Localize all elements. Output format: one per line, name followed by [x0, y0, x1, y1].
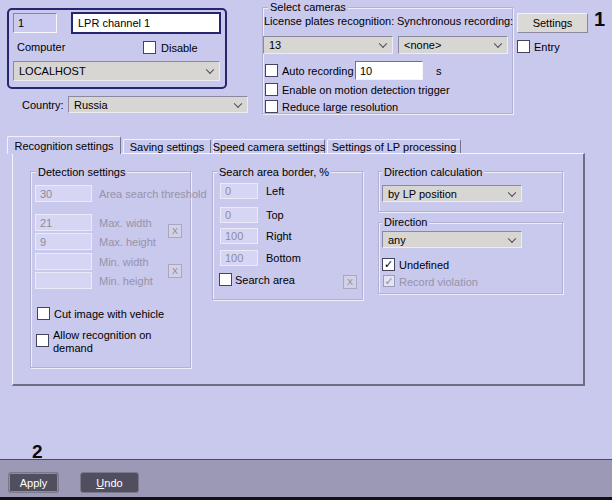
lpr-recognition-value: 13	[269, 39, 281, 51]
sync-recording-select[interactable]: <none>	[398, 36, 508, 54]
sync-recording-label: Synchronous recording:	[397, 15, 513, 27]
motion-trigger-label: Enable on motion detection trigger	[282, 84, 450, 96]
cut-image-with-vehicle-checkbox[interactable]	[37, 307, 50, 320]
border-bottom-input[interactable]	[220, 250, 258, 266]
undefined-label: Undefined	[399, 259, 449, 271]
chevron-down-icon	[234, 99, 242, 107]
record-violation-checkbox: ✓	[383, 275, 395, 287]
country-select[interactable]: Russia	[68, 96, 248, 113]
border-left-label: Left	[266, 185, 284, 197]
direction-calculation-select[interactable]: by LP position	[382, 185, 522, 202]
tab-settings-of-lp-processing[interactable]: Settings of LP processing	[327, 139, 461, 153]
search-area-checkbox[interactable]	[219, 273, 232, 286]
direction-value: any	[388, 234, 406, 246]
min-height-input[interactable]	[35, 272, 92, 289]
undefined-checkbox[interactable]: ✓	[382, 258, 395, 271]
chevron-down-icon	[494, 40, 502, 48]
search-area-label: Search area	[235, 274, 295, 286]
max-height-input[interactable]	[35, 233, 92, 250]
lpr-recognition-label: License plates recognition:	[264, 15, 394, 27]
border-bottom-label: Bottom	[266, 252, 301, 264]
direction-calculation-title: Direction calculation	[382, 166, 484, 178]
max-width-label: Max. width	[99, 217, 152, 229]
border-top-label: Top	[266, 209, 284, 221]
computer-label: Computer	[17, 41, 65, 53]
check-mark-icon: ✓	[384, 259, 393, 270]
border-right-label: Right	[266, 230, 292, 242]
channel-id-input[interactable]	[13, 13, 57, 33]
reduce-resolution-label: Reduce large resolution	[282, 101, 398, 113]
allow-recognition-on-demand-label: Allow recognition on demand	[53, 329, 165, 355]
clear-min-size-button[interactable]: X	[168, 264, 182, 278]
chevron-down-icon	[508, 234, 516, 242]
min-width-input[interactable]	[35, 253, 92, 270]
border-top-input[interactable]	[220, 207, 258, 223]
settings-button[interactable]: Settings	[517, 13, 588, 33]
chevron-down-icon	[508, 188, 516, 196]
min-width-label: Min. width	[99, 256, 149, 268]
disable-label: Disable	[161, 42, 198, 54]
cut-image-with-vehicle-label: Cut image with vehicle	[54, 308, 164, 320]
disable-checkbox[interactable]	[143, 41, 156, 54]
country-label: Country:	[22, 99, 64, 111]
min-height-label: Min. height	[99, 275, 153, 287]
tab-recognition-settings[interactable]: Recognition settings	[7, 136, 121, 154]
tab-saving-settings[interactable]: Saving settings	[123, 139, 211, 153]
max-height-label: Max. height	[99, 236, 156, 248]
area-search-threshold-input[interactable]	[35, 185, 92, 202]
auto-recording-label: Auto recording	[282, 65, 354, 77]
search-area-border-title: Search area border, %	[217, 166, 331, 178]
select-cameras-legend: Select cameras	[268, 1, 348, 13]
annotation-2: 2	[32, 441, 43, 463]
lpr-recognition-select[interactable]: 13	[263, 36, 393, 54]
auto-recording-seconds-input[interactable]	[355, 61, 423, 80]
tab-speed-camera-settings[interactable]: Speed camera settings	[213, 139, 325, 153]
check-mark-icon: ✓	[384, 276, 393, 287]
allow-recognition-on-demand-checkbox[interactable]	[36, 334, 49, 347]
direction-calculation-value: by LP position	[388, 188, 457, 200]
clear-max-size-button[interactable]: X	[168, 224, 182, 238]
clear-search-area-button[interactable]: X	[343, 275, 357, 289]
reduce-resolution-checkbox[interactable]	[265, 100, 278, 113]
computer-select[interactable]: LOCALHOST	[13, 61, 220, 81]
undo-button[interactable]: Undo	[80, 472, 139, 493]
entry-checkbox[interactable]	[517, 40, 530, 53]
max-width-input[interactable]	[35, 214, 92, 231]
sync-recording-value: <none>	[404, 39, 441, 51]
border-left-input[interactable]	[220, 183, 258, 199]
area-search-threshold-label: Area search threshold	[99, 188, 207, 200]
direction-select[interactable]: any	[382, 231, 522, 248]
entry-label: Entry	[534, 41, 560, 53]
auto-recording-unit-label: s	[436, 65, 442, 77]
country-select-value: Russia	[74, 99, 108, 111]
motion-trigger-checkbox[interactable]	[265, 83, 278, 96]
border-right-input[interactable]	[220, 228, 258, 244]
record-violation-label: Record violation	[399, 276, 478, 288]
annotation-1: 1	[594, 8, 605, 31]
channel-name-input[interactable]	[71, 12, 221, 34]
computer-select-value: LOCALHOST	[19, 65, 86, 77]
auto-recording-checkbox[interactable]	[265, 64, 278, 77]
detection-settings-title: Detection settings	[36, 166, 127, 178]
direction-title: Direction	[382, 216, 429, 228]
chevron-down-icon	[206, 66, 214, 74]
chevron-down-icon	[379, 40, 387, 48]
apply-button[interactable]: Apply	[8, 472, 59, 493]
